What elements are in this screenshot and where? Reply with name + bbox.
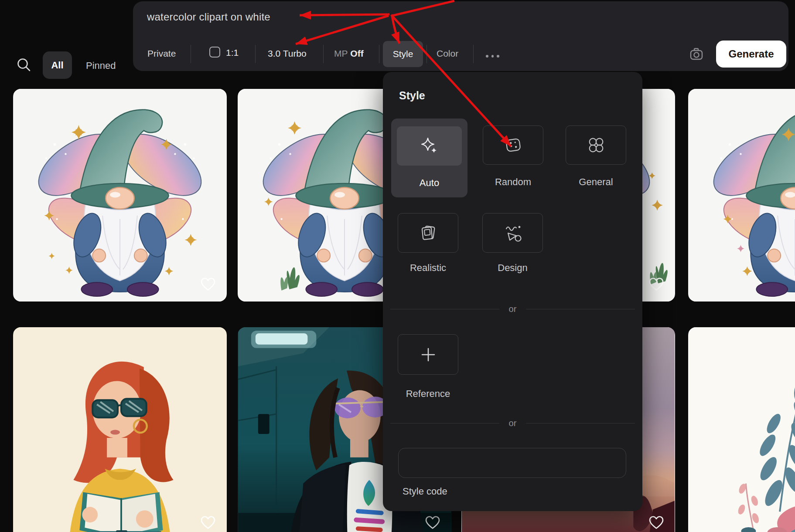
style-option-label: Auto	[391, 177, 467, 189]
style-option-label: Realistic	[398, 262, 458, 274]
toolbar-divider	[191, 45, 191, 63]
plus-icon	[419, 345, 438, 364]
thumbnail-gnome-4[interactable]	[688, 89, 795, 302]
toolbar-divider	[427, 45, 427, 63]
prompt-panel: watercolor clipart on white Private 1:1 …	[133, 1, 788, 71]
generation-toolbar: Private 1:1 3.0 Turbo MP Off Style Color…	[133, 40, 788, 70]
aspect-ratio-label: 1:1	[226, 47, 239, 58]
heart-icon	[648, 276, 665, 293]
style-option-label: Random	[483, 176, 543, 188]
mp-toggle[interactable]: MP Off	[334, 48, 364, 59]
search-icon	[17, 58, 31, 72]
heart-icon	[200, 276, 216, 293]
style-option-general[interactable]	[566, 125, 626, 165]
generate-button[interactable]: Generate	[716, 41, 786, 68]
style-option-label: Design	[482, 262, 543, 274]
gnome-illustration	[688, 89, 795, 302]
heart-icon	[648, 515, 665, 531]
divider-line	[390, 423, 499, 424]
favorite-button[interactable]	[424, 515, 441, 531]
reference-add-button[interactable]	[398, 334, 458, 375]
toolbar-divider	[255, 45, 256, 63]
more-options-button[interactable]	[484, 53, 501, 59]
divider-line	[526, 309, 635, 309]
private-button[interactable]: Private	[147, 48, 176, 59]
auto-option-tile	[397, 126, 462, 166]
divider-line	[390, 309, 499, 309]
mp-value: Off	[350, 48, 363, 58]
gnome-illustration	[13, 89, 227, 302]
toolbar-divider	[323, 45, 324, 63]
tab-pinned[interactable]: Pinned	[85, 59, 117, 72]
heart-icon	[424, 515, 441, 531]
style-option-random[interactable]	[483, 125, 543, 165]
thumbnail-botanical[interactable]	[688, 327, 795, 532]
tab-all[interactable]: All	[43, 51, 72, 79]
search-button[interactable]	[16, 57, 32, 75]
sparkles-icon	[420, 136, 440, 156]
or-divider: or	[390, 304, 635, 314]
color-button[interactable]: Color	[437, 48, 458, 59]
or-label: or	[509, 418, 517, 428]
ellipsis-icon	[497, 55, 499, 58]
thumbnail-reading-woman[interactable]	[13, 327, 227, 532]
thumbnail-gnome-1[interactable]	[13, 89, 227, 302]
or-label: or	[509, 304, 517, 314]
four-circles-icon	[587, 136, 605, 154]
style-panel-title: Style	[399, 89, 425, 102]
style-code-label: Style code	[403, 486, 447, 497]
prompt-input[interactable]: watercolor clipart on white	[147, 11, 270, 23]
favorite-button[interactable]	[648, 515, 665, 531]
ellipsis-icon	[486, 55, 488, 58]
style-option-label: General	[566, 176, 626, 188]
ellipsis-icon	[491, 55, 494, 58]
style-option-auto[interactable]: Auto	[391, 119, 467, 197]
style-dropdown-panel: Style Auto Random	[383, 72, 642, 511]
style-code-input[interactable]	[398, 448, 626, 478]
heart-icon	[200, 515, 216, 531]
toolbar-divider	[473, 45, 474, 63]
style-button[interactable]: Style	[383, 41, 423, 67]
favorite-button[interactable]	[200, 276, 216, 293]
toolbar-divider	[379, 45, 379, 63]
design-shapes-icon	[503, 223, 523, 243]
camera-icon	[689, 47, 703, 61]
style-option-realistic[interactable]	[398, 213, 458, 253]
favorite-button[interactable]	[648, 276, 665, 293]
mp-label: MP	[334, 48, 348, 58]
model-button[interactable]: 3.0 Turbo	[268, 48, 307, 59]
style-option-design[interactable]	[482, 213, 543, 253]
photos-icon	[419, 224, 437, 242]
dice-icon	[505, 137, 522, 153]
aspect-square-icon	[209, 47, 220, 58]
favorite-button[interactable]	[200, 515, 216, 531]
camera-button[interactable]	[688, 45, 705, 64]
reference-label: Reference	[398, 388, 458, 400]
or-divider: or	[390, 418, 635, 428]
reading-woman-illustration	[13, 327, 227, 532]
aspect-ratio-button[interactable]: 1:1	[209, 47, 239, 58]
divider-line	[526, 423, 635, 424]
botanical-illustration	[688, 327, 795, 532]
